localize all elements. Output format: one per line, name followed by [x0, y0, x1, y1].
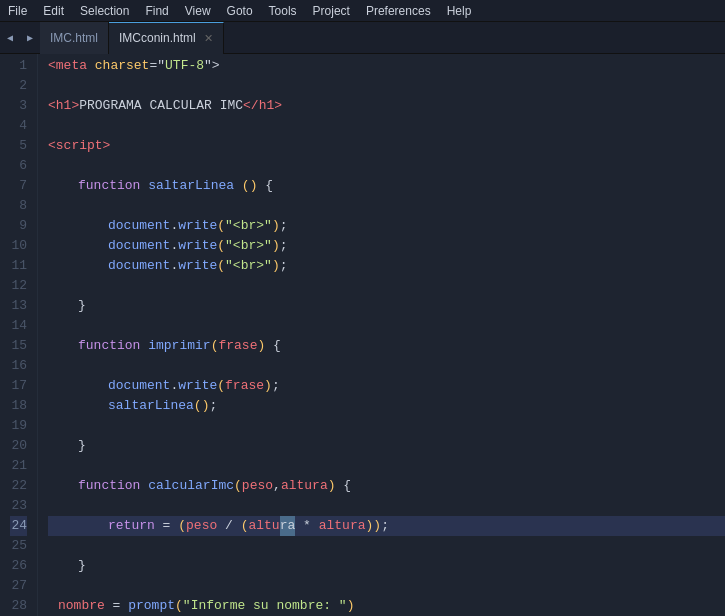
code-line-22: function calcularImc(peso,altura) { — [48, 476, 725, 496]
line-num-25: 25 — [10, 536, 27, 556]
code-line-11: document.write("<br>"); — [48, 256, 725, 276]
line-num-7: 7 — [10, 176, 27, 196]
line-num-8: 8 — [10, 196, 27, 216]
line-num-22: 22 — [10, 476, 27, 496]
code-line-3: <h1>PROGRAMA CALCULAR IMC</h1> — [48, 96, 725, 116]
line-num-21: 21 — [10, 456, 27, 476]
tab-imcconin-label: IMCconin.html — [119, 31, 196, 45]
line-num-4: 4 — [10, 116, 27, 136]
menu-goto[interactable]: Goto — [219, 2, 261, 20]
line-num-17: 17 — [10, 376, 27, 396]
tab-bar: ◀ ▶ IMC.html IMCconin.html ✕ — [0, 22, 725, 54]
line-num-12: 12 — [10, 276, 27, 296]
line-num-23: 23 — [10, 496, 27, 516]
line-num-24: 24 — [10, 516, 27, 536]
menu-project[interactable]: Project — [305, 2, 358, 20]
code-line-5: <script> — [48, 136, 725, 156]
code-line-13: } — [48, 296, 725, 316]
line-num-15: 15 — [10, 336, 27, 356]
menu-help[interactable]: Help — [439, 2, 480, 20]
code-line-17: document.write(frase); — [48, 376, 725, 396]
code-line-10: document.write("<br>"); — [48, 236, 725, 256]
code-line-26: } — [48, 556, 725, 576]
code-line-1: <meta charset="UTF-8"> — [48, 56, 725, 76]
tab-imc[interactable]: IMC.html — [40, 22, 109, 54]
tab-imc-label: IMC.html — [50, 31, 98, 45]
line-num-10: 10 — [10, 236, 27, 256]
line-num-14: 14 — [10, 316, 27, 336]
tab-imcconin[interactable]: IMCconin.html ✕ — [109, 22, 224, 54]
code-line-14 — [48, 316, 725, 336]
code-line-16 — [48, 356, 725, 376]
menu-view[interactable]: View — [177, 2, 219, 20]
tab-nav-prev[interactable]: ◀ — [0, 22, 20, 54]
code-line-12 — [48, 276, 725, 296]
code-line-7: function saltarLinea () { — [48, 176, 725, 196]
line-numbers: 1 2 3 4 5 6 7 8 9 10 11 12 13 14 15 16 1… — [0, 54, 38, 616]
menu-edit[interactable]: Edit — [35, 2, 72, 20]
menu-find[interactable]: Find — [137, 2, 176, 20]
line-num-28: 28 — [10, 596, 27, 616]
code-line-2 — [48, 76, 725, 96]
menu-tools[interactable]: Tools — [261, 2, 305, 20]
code-line-9: document.write("<br>"); — [48, 216, 725, 236]
code-line-19 — [48, 416, 725, 436]
line-num-26: 26 — [10, 556, 27, 576]
tab-nav-next[interactable]: ▶ — [20, 22, 40, 54]
code-line-28: nombre = prompt("Informe su nombre: ") — [48, 596, 725, 616]
line-num-19: 19 — [10, 416, 27, 436]
code-area[interactable]: <meta charset="UTF-8"> <h1>PROGRAMA CALC… — [38, 54, 725, 616]
line-num-13: 13 — [10, 296, 27, 316]
line-num-27: 27 — [10, 576, 27, 596]
line-num-2: 2 — [10, 76, 27, 96]
editor: 1 2 3 4 5 6 7 8 9 10 11 12 13 14 15 16 1… — [0, 54, 725, 616]
line-num-11: 11 — [10, 256, 27, 276]
code-line-4 — [48, 116, 725, 136]
tab-close-icon[interactable]: ✕ — [204, 32, 213, 45]
code-line-18: saltarLinea(); — [48, 396, 725, 416]
code-line-21 — [48, 456, 725, 476]
code-line-27 — [48, 576, 725, 596]
line-num-6: 6 — [10, 156, 27, 176]
code-line-20: } — [48, 436, 725, 456]
code-line-24: return = (peso / (altura * altura)); — [48, 516, 725, 536]
line-num-1: 1 — [10, 56, 27, 76]
code-line-23 — [48, 496, 725, 516]
menu-selection[interactable]: Selection — [72, 2, 137, 20]
line-num-3: 3 — [10, 96, 27, 116]
line-num-9: 9 — [10, 216, 27, 236]
code-line-8 — [48, 196, 725, 216]
menu-bar: File Edit Selection Find View Goto Tools… — [0, 0, 725, 22]
menu-preferences[interactable]: Preferences — [358, 2, 439, 20]
line-num-20: 20 — [10, 436, 27, 456]
code-line-25 — [48, 536, 725, 556]
line-num-16: 16 — [10, 356, 27, 376]
line-num-18: 18 — [10, 396, 27, 416]
code-line-15: function imprimir(frase) { — [48, 336, 725, 356]
code-line-6 — [48, 156, 725, 176]
menu-file[interactable]: File — [0, 2, 35, 20]
line-num-5: 5 — [10, 136, 27, 156]
